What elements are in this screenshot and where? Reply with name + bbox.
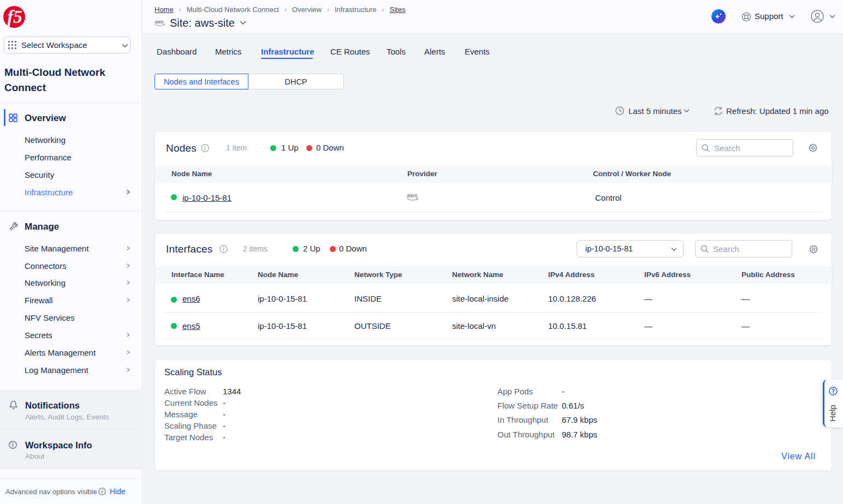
svg-text:aws: aws (155, 19, 164, 25)
svg-text:aws: aws (407, 193, 418, 199)
svg-text:f5: f5 (7, 7, 22, 27)
